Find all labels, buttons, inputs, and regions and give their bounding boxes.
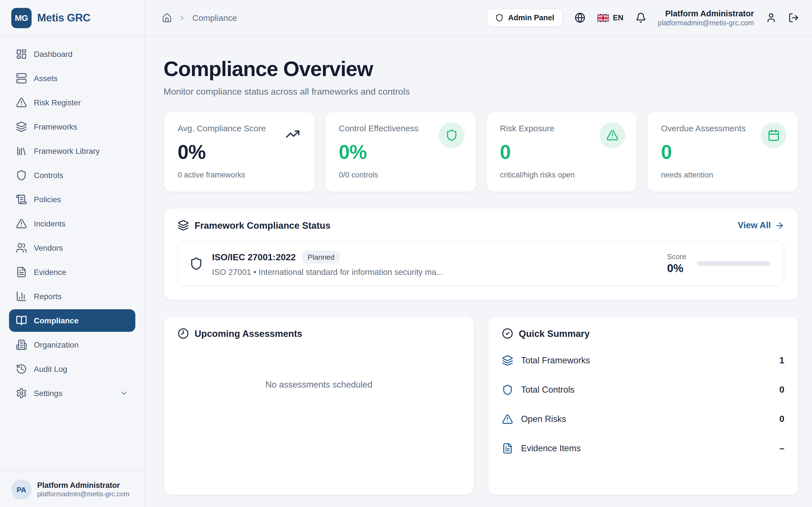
view-all-link[interactable]: View All xyxy=(738,220,784,230)
triangle-alert-icon xyxy=(606,129,619,142)
sidebar-item-frameworks[interactable]: Frameworks xyxy=(9,115,135,138)
sidebar-item-reports[interactable]: Reports xyxy=(9,285,135,307)
home-icon[interactable] xyxy=(162,13,172,23)
view-all-label: View All xyxy=(738,220,771,230)
file-text-icon xyxy=(16,267,27,278)
sidebar-item-organization[interactable]: Organization xyxy=(9,334,135,356)
chevron-right-icon xyxy=(178,14,186,22)
layers-icon xyxy=(177,220,189,231)
users-icon xyxy=(16,242,27,253)
admin-panel-label: Admin Panel xyxy=(508,13,554,22)
settings-icon xyxy=(16,388,27,399)
stat-caption: 0 active frameworks xyxy=(177,171,301,179)
quick-summary-row-open-risks: Open Risks0 xyxy=(502,404,784,434)
sidebar-item-assets[interactable]: Assets xyxy=(9,67,135,90)
logout-icon[interactable] xyxy=(788,12,799,23)
sidebar-nav: DashboardAssetsRisk RegisterFrameworksFr… xyxy=(0,36,144,471)
sidebar-item-risk-register[interactable]: Risk Register xyxy=(9,91,135,114)
bell-icon[interactable] xyxy=(635,12,646,23)
stat-card-risk-exposure: Risk Exposure0critical/high risks open xyxy=(486,112,638,192)
framework-status-header: Framework Compliance Status View All xyxy=(177,220,784,231)
framework-row[interactable]: ISO/IEC 27001:2022PlannedISO 27001 • Int… xyxy=(177,241,784,286)
history-icon xyxy=(16,363,27,375)
main-area: Compliance Admin Panel xyxy=(145,0,812,507)
chevron-down-icon xyxy=(119,389,129,398)
stat-caption: needs attention xyxy=(661,171,784,179)
library-icon xyxy=(16,145,27,157)
quick-summary-card: Quick Summary Total Frameworks1Total Con… xyxy=(488,316,799,495)
stat-icon-wrap xyxy=(439,122,464,148)
quick-summary-label: Evidence Items xyxy=(521,443,581,453)
app-window: MG Metis GRC DashboardAssetsRisk Registe… xyxy=(0,0,812,507)
stat-icon-wrap xyxy=(761,122,786,148)
trending-up-icon xyxy=(285,127,300,142)
framework-name: ISO/IEC 27001:2022 xyxy=(212,252,296,262)
language-switcher[interactable]: EN xyxy=(597,13,624,22)
quick-summary-value: 1 xyxy=(779,355,784,365)
framework-status-badge: Planned xyxy=(302,251,340,264)
sidebar-item-settings[interactable]: Settings xyxy=(9,382,135,404)
page-title: Compliance Overview xyxy=(163,57,799,81)
arrow-right-icon xyxy=(775,221,784,230)
sidebar-item-label: Evidence xyxy=(34,268,66,277)
sidebar-item-label: Vendors xyxy=(34,243,63,252)
quick-summary-value: 0 xyxy=(779,385,784,395)
sidebar-item-label: Settings xyxy=(34,389,62,398)
sidebar-item-dashboard[interactable]: Dashboard xyxy=(9,43,135,65)
sidebar-item-policies[interactable]: Policies xyxy=(9,188,135,211)
sidebar-item-framework-library[interactable]: Framework Library xyxy=(9,140,135,162)
breadcrumb-current: Compliance xyxy=(192,13,237,22)
clock-icon xyxy=(177,328,189,339)
stat-card-overdue-assessments: Overdue Assessments0needs attention xyxy=(647,112,799,192)
quick-summary-row-total-controls: Total Controls0 xyxy=(502,375,784,404)
quick-summary-value: – xyxy=(779,443,784,453)
sidebar-item-label: Reports xyxy=(34,292,61,301)
layers-icon xyxy=(16,121,27,132)
topbar-user-info: Platform Administrator platformadmin@met… xyxy=(658,8,754,27)
sidebar-user-email: platformadmin@metis-grc.com xyxy=(37,490,130,499)
sidebar-item-label: Organization xyxy=(34,340,79,349)
sidebar-user-section: PA Platform Administrator platformadmin@… xyxy=(0,471,144,507)
page-subtitle: Monitor compliance status across all fra… xyxy=(163,87,799,97)
file-text-icon xyxy=(502,443,513,454)
sidebar-user-name: Platform Administrator xyxy=(37,481,130,490)
shield-icon xyxy=(495,13,504,22)
framework-status-title: Framework Compliance Status xyxy=(195,220,331,231)
avatar: PA xyxy=(11,480,32,500)
upcoming-title: Upcoming Assessments xyxy=(195,328,302,339)
server-icon xyxy=(16,73,27,84)
uk-flag-icon xyxy=(597,14,609,22)
globe-icon[interactable] xyxy=(574,12,585,23)
sidebar-item-label: Frameworks xyxy=(34,122,77,131)
shield-icon xyxy=(502,384,513,395)
quick-summary-row-evidence-items: Evidence Items– xyxy=(502,434,784,463)
chart-column-icon xyxy=(16,291,27,302)
sidebar-item-vendors[interactable]: Vendors xyxy=(9,237,135,259)
sidebar-item-incidents[interactable]: Incidents xyxy=(9,212,135,235)
topbar-user-email: platformadmin@metis-grc.com xyxy=(658,18,754,27)
sidebar-item-label: Controls xyxy=(34,171,63,180)
sidebar-item-evidence[interactable]: Evidence xyxy=(9,261,135,283)
stat-caption: critical/high risks open xyxy=(500,171,623,179)
quick-summary-label: Total Controls xyxy=(521,385,574,395)
quick-summary-value: 0 xyxy=(779,414,784,424)
circle-check-icon xyxy=(502,328,513,339)
layers-icon xyxy=(502,355,513,366)
admin-panel-button[interactable]: Admin Panel xyxy=(487,8,563,27)
sidebar-item-controls[interactable]: Controls xyxy=(9,164,135,186)
score-label: Score xyxy=(667,252,686,261)
sidebar-item-audit-log[interactable]: Audit Log xyxy=(9,358,135,380)
stat-icon-wrap xyxy=(600,122,626,148)
score-progress-bar xyxy=(697,262,770,266)
sidebar-item-compliance[interactable]: Compliance xyxy=(9,309,135,332)
stat-label: Avg. Compliance Score xyxy=(177,123,301,133)
page-root: MG Metis GRC DashboardAssetsRisk Registe… xyxy=(0,0,812,507)
upcoming-assessments-card: Upcoming Assessments No assessments sche… xyxy=(163,316,474,495)
breadcrumb: Compliance xyxy=(162,13,237,23)
topbar-actions: Admin Panel EN xyxy=(487,8,799,27)
scroll-text-icon xyxy=(16,194,27,205)
building-2-icon xyxy=(16,339,27,350)
user-icon[interactable] xyxy=(766,12,776,23)
triangle-alert-icon xyxy=(16,218,27,229)
stat-value: 0% xyxy=(177,141,301,163)
